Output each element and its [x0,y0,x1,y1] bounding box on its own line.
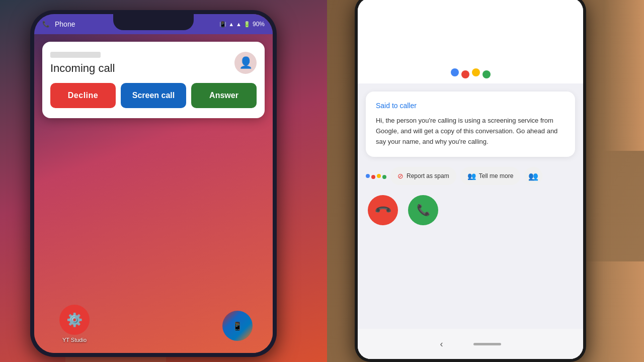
navigation-bar: ‹ [358,329,583,359]
action-buttons-row: ⊘ Report as spam 👥 Tell me more 👥 [358,165,583,187]
social-apps-icon[interactable]: 📱 [222,311,253,343]
said-to-caller-label: Said to caller [376,102,565,110]
phone-status-icon: 📞 [42,21,50,28]
back-button[interactable]: ‹ [440,339,443,349]
battery-level: 90% [253,21,265,28]
incoming-call-card: Incoming call 👤 Decline Screen call Answ… [42,42,265,118]
answer-button[interactable]: Answer [191,83,257,108]
end-call-button[interactable]: 📞 [362,189,405,232]
user-icon: 👤 [239,56,253,69]
notch [113,14,194,30]
screen-call-button[interactable]: Screen call [121,83,186,108]
incoming-call-label: Incoming call [50,62,115,74]
left-panel: 📞 Phone 📳 ▲ ▲ 🔋 90% [0,0,327,362]
screening-card: Said to caller Hi, the person you're cal… [366,92,575,157]
contacts-icon: 👥 [528,171,538,181]
yt-studio-icon[interactable]: ⚙️ YT Studio [59,305,90,343]
right-panel: Said to caller Hi, the person you're cal… [327,0,644,362]
decline-button[interactable]: Decline [50,83,116,108]
battery-icon: 🔋 [244,21,251,28]
answer-call-button[interactable]: 📞 [408,195,438,225]
person-plus-icon: 👥 [467,172,476,180]
call-action-buttons: Decline Screen call Answer [50,83,257,108]
phone-device-right: Said to caller Hi, the person you're cal… [355,0,586,362]
report-spam-button[interactable]: ⊘ Report as spam [390,167,456,185]
call-controls: 📞 📞 [358,187,583,225]
app-name: Phone [55,20,75,28]
wifi-icon: ▲ [228,21,234,27]
avatar: 👤 [234,52,257,74]
home-indicator[interactable] [473,343,501,345]
phone-device-left: 📞 Phone 📳 ▲ ▲ 🔋 90% [30,10,277,357]
yt-studio-label: YT Studio [62,337,87,343]
signal-icon: ▲ [236,21,242,27]
screening-message: Hi, the person you're calling is using a… [376,116,565,147]
contacts-button[interactable]: 👥 [524,167,542,185]
google-assistant-logo [451,66,491,78]
vibrate-icon: 📳 [219,21,226,28]
google-dots-small [366,173,386,179]
tell-more-button[interactable]: 👥 Tell me more [460,167,521,185]
no-entry-icon: ⊘ [397,172,404,180]
